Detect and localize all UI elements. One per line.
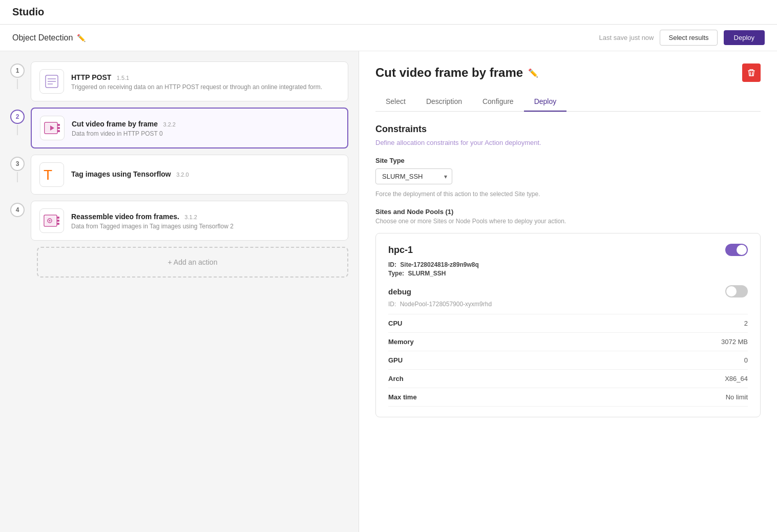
step-info-3: Tag images using Tensorflow 3.2.0 [71,169,340,180]
site-id-value: Site-1728024818-z89n9w8q [400,261,478,268]
resource-row-maxtime: Max time No limit [388,388,748,407]
add-action-spacer [10,247,31,249]
resource-row-gpu: GPU 0 [388,351,748,370]
select-results-button[interactable]: Select results [660,30,717,46]
delete-button[interactable] [742,63,761,82]
project-bar-right: Last save just now Select results Deploy [599,30,765,46]
pipeline-item-4: 4 Reassemble video from [10,201,348,247]
step-number-wrapper-1: 1 [10,61,25,90]
site-card-header: hpc-1 [388,244,748,256]
resource-key-gpu: GPU [388,356,403,364]
tab-configure[interactable]: Configure [472,92,524,112]
add-action-card[interactable]: + Add an action [37,247,348,278]
step-card-4[interactable]: Reassemble video from frames. 3.1.2 Data… [31,201,348,241]
step-desc-1: Triggered on receiving data on an HTTP P… [71,83,340,91]
tab-select[interactable]: Select [375,92,416,112]
tab-deploy[interactable]: Deploy [524,92,567,112]
project-name-label: Object Detection [12,33,73,42]
step-circle-3: 3 [10,157,25,171]
step-title-1: HTTP POST 1.5.1 [71,73,340,82]
step-line-2 [17,125,18,135]
svg-rect-16 [57,220,59,222]
node-pool-name: debug [388,287,411,296]
constraints-title: Constraints [375,124,761,135]
site-id-row: ID: Site-1728024818-z89n9w8q [388,261,748,268]
step-info-4: Reassemble video from frames. 3.1.2 Data… [71,212,340,230]
step-info-2: Cut video frame by frame 3.2.2 Data from… [72,119,339,137]
trash-icon [747,69,755,77]
step-icon-3: T [39,162,64,187]
site-id-label: ID: [388,261,396,268]
step-circle-4: 4 [10,203,25,217]
site-card-hpc1: hpc-1 ID: Site-1728024818-z89n9w8q Type:… [375,233,761,417]
sites-label: Sites and Node Pools (1) [375,208,761,216]
site-type-note: Force the deployment of this action to t… [375,190,761,198]
svg-point-14 [49,220,51,222]
pipeline-item-1: 1 HTTP POST 1.5.1 Tr [10,61,348,108]
step-card-3[interactable]: T Tag images using Tensorflow 3.2.0 [31,155,348,195]
step-title-2: Cut video frame by frame 3.2.2 [72,119,339,129]
resource-row-memory: Memory 3072 MB [388,333,748,351]
main-layout: 1 HTTP POST 1.5.1 Tr [0,51,777,532]
project-bar: Object Detection ✏️ Last save just now S… [0,25,777,51]
detail-title-container: Cut video frame by frame ✏️ [375,66,538,80]
step-card-1[interactable]: HTTP POST 1.5.1 Triggered on receiving d… [31,61,348,101]
site-type-select[interactable]: SLURM_SSH SSH Local [375,168,452,184]
step-desc-4: Data from Tagged images in Tag images us… [71,223,340,230]
resource-val-gpu: 0 [744,356,748,364]
detail-header: Cut video frame by frame ✏️ [375,63,761,82]
svg-rect-9 [57,130,60,132]
step-icon-4 [39,208,64,233]
step-title-text-1: HTTP POST [71,73,111,81]
svg-text:T: T [44,167,52,183]
constraints-desc: Define allocation constraints for your A… [375,139,761,146]
site-type-label: Site Type [375,157,761,164]
step-number-wrapper-3: 3 [10,155,25,183]
svg-rect-8 [57,127,60,129]
app-title: Studio [12,6,44,18]
site-type-value-display: SLURM_SSH [408,270,446,277]
step-desc-2: Data from video in HTTP POST 0 [72,130,339,137]
pipeline-item-3: 3 T Tag images using Tensorflow 3.2.0 [10,155,348,201]
node-pool-id-label: ID: [388,301,396,308]
step-icon-1 [39,69,64,94]
step-version-3: 3.2.0 [176,172,188,178]
last-save-label: Last save just now [599,34,654,41]
resource-val-maxtime: No limit [726,393,748,401]
step-info-1: HTTP POST 1.5.1 Triggered on receiving d… [71,73,340,91]
step-title-text-4: Reassemble video from frames. [71,212,179,221]
project-name-edit-icon[interactable]: ✏️ [77,34,86,42]
resource-key-maxtime: Max time [388,393,417,401]
tab-description[interactable]: Description [416,92,472,112]
step-circle-1: 1 [10,63,25,78]
project-name-container: Object Detection ✏️ [12,33,86,42]
detail-title-text: Cut video frame by frame [375,66,523,80]
step-number-wrapper-2: 2 [10,108,25,136]
step-title-3: Tag images using Tensorflow 3.2.0 [71,169,340,179]
step-version-1: 1.5.1 [117,75,129,81]
node-pool-id-row: ID: NodePool-1728057900-xyxm9rhd [388,301,748,308]
resource-key-memory: Memory [388,338,414,346]
resource-val-memory: 3072 MB [721,338,748,346]
resource-val-cpu: 2 [744,320,748,327]
step-version-2: 3.2.2 [163,121,176,127]
detail-edit-icon[interactable]: ✏️ [528,68,538,78]
site-type-select-wrapper: SLURM_SSH SSH Local [375,168,452,184]
step-circle-2: 2 [10,110,25,124]
resource-row-arch: Arch X86_64 [388,370,748,388]
svg-rect-7 [57,124,60,126]
step-title-text-2: Cut video frame by frame [72,120,158,128]
site-name: hpc-1 [388,245,413,256]
resource-row-cpu: CPU 2 [388,314,748,333]
site-type-row: Type: SLURM_SSH [388,270,748,277]
site-toggle[interactable] [725,244,748,256]
node-pool: debug ID: NodePool-1728057900-xyxm9rhd C… [388,285,748,407]
resource-table: CPU 2 Memory 3072 MB GPU 0 Arch X86_64 [388,314,748,407]
deploy-button[interactable]: Deploy [724,30,765,45]
site-type-key: Type: [388,270,404,277]
svg-rect-15 [57,217,59,219]
step-title-text-3: Tag images using Tensorflow [71,170,171,178]
step-card-2[interactable]: Cut video frame by frame 3.2.2 Data from… [31,108,348,148]
step-line-1 [17,79,18,89]
node-pool-toggle[interactable] [725,285,748,297]
